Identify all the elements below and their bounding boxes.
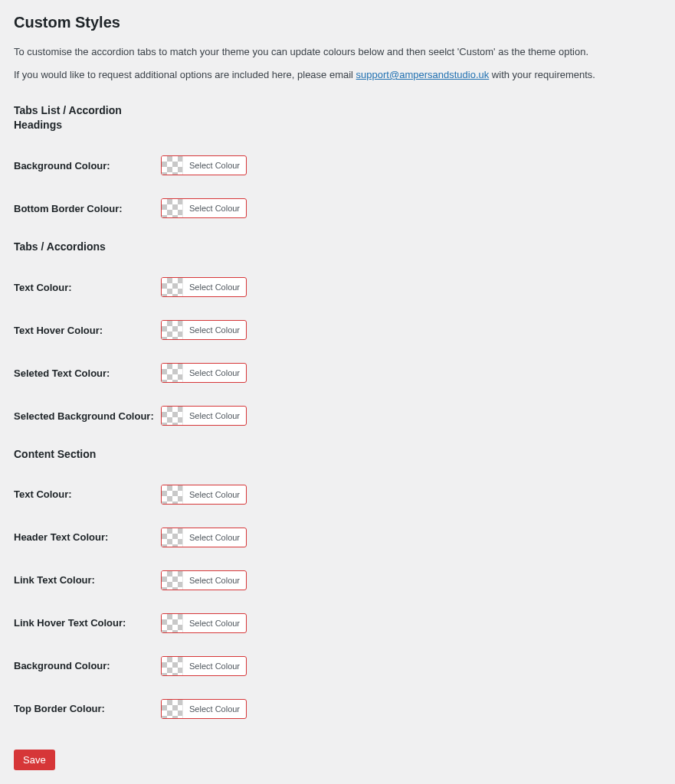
field-text-hover-colour: Text Hover Colour: Select Colour xyxy=(14,320,661,340)
transparent-swatch-icon xyxy=(162,571,183,590)
colour-picker-text[interactable]: Select Colour xyxy=(161,277,247,297)
label-selected-text-colour: Seleted Text Colour: xyxy=(14,368,161,379)
colour-picker-label: Select Colour xyxy=(183,662,246,671)
label-content-text-colour: Text Colour: xyxy=(14,488,161,500)
label-content-background-colour: Background Colour: xyxy=(14,660,161,671)
field-link-text-colour: Link Text Colour: Select Colour xyxy=(14,570,661,590)
colour-picker-label: Select Colour xyxy=(183,619,246,628)
transparent-swatch-icon xyxy=(162,199,183,217)
colour-picker-label: Select Colour xyxy=(183,533,246,542)
label-bottom-border-colour: Bottom Border Colour: xyxy=(14,203,161,214)
field-background-colour: Background Colour: Select Colour xyxy=(14,155,661,175)
colour-picker-label: Select Colour xyxy=(183,204,246,213)
colour-picker-top-border[interactable]: Select Colour xyxy=(161,699,247,719)
colour-picker-link-hover-text[interactable]: Select Colour xyxy=(161,613,247,633)
label-top-border-colour: Top Border Colour: xyxy=(14,703,161,714)
colour-picker-label: Select Colour xyxy=(183,411,246,420)
transparent-swatch-icon xyxy=(162,407,183,425)
colour-picker-label: Select Colour xyxy=(183,704,246,714)
colour-picker-label: Select Colour xyxy=(183,325,246,335)
field-link-hover-text-colour: Link Hover Text Colour: Select Colour xyxy=(14,613,661,633)
transparent-swatch-icon xyxy=(162,657,183,675)
colour-picker-header-text[interactable]: Select Colour xyxy=(161,528,247,547)
colour-picker-label: Select Colour xyxy=(183,368,246,377)
colour-picker-label: Select Colour xyxy=(183,576,246,585)
label-header-text-colour: Header Text Colour: xyxy=(14,531,161,543)
transparent-swatch-icon xyxy=(162,485,183,504)
colour-picker-text-hover[interactable]: Select Colour xyxy=(161,320,247,340)
label-background-colour: Background Colour: xyxy=(14,160,161,172)
field-header-text-colour: Header Text Colour: Select Colour xyxy=(14,528,661,547)
save-button[interactable]: Save xyxy=(14,750,55,770)
transparent-swatch-icon xyxy=(162,614,183,632)
section-heading-tabs-accordions: Tabs / Accordions xyxy=(14,240,144,254)
colour-picker-link-text[interactable]: Select Colour xyxy=(161,570,247,590)
section-heading-content-section: Content Section xyxy=(14,447,144,462)
transparent-swatch-icon xyxy=(162,364,183,382)
label-text-colour: Text Colour: xyxy=(14,282,161,293)
field-content-text-colour: Text Colour: Select Colour xyxy=(14,485,661,505)
colour-picker-bottom-border[interactable]: Select Colour xyxy=(161,198,247,218)
field-selected-text-colour: Seleted Text Colour: Select Colour xyxy=(14,363,661,383)
transparent-swatch-icon xyxy=(162,528,183,547)
colour-picker-label: Select Colour xyxy=(183,161,246,170)
field-text-colour: Text Colour: Select Colour xyxy=(14,277,661,297)
intro-line-2-before: If you would like to request additional … xyxy=(14,69,356,80)
field-content-background-colour: Background Colour: Select Colour xyxy=(14,656,661,676)
label-link-text-colour: Link Text Colour: xyxy=(14,574,161,586)
transparent-swatch-icon xyxy=(162,156,183,175)
field-selected-background-colour: Selected Background Colour: Select Colou… xyxy=(14,406,661,426)
colour-picker-selected-background[interactable]: Select Colour xyxy=(161,406,247,426)
colour-picker-label: Select Colour xyxy=(183,490,246,499)
page-title: Custom Styles xyxy=(14,14,661,31)
colour-picker-selected-text[interactable]: Select Colour xyxy=(161,363,247,383)
colour-picker-content-background[interactable]: Select Colour xyxy=(161,656,247,676)
intro-text: To customise the accordion tabs to match… xyxy=(14,45,661,82)
colour-picker-label: Select Colour xyxy=(183,283,246,292)
field-bottom-border-colour: Bottom Border Colour: Select Colour xyxy=(14,198,661,218)
intro-line-1: To customise the accordion tabs to match… xyxy=(14,45,661,59)
transparent-swatch-icon xyxy=(162,278,183,296)
label-selected-background-colour: Selected Background Colour: xyxy=(14,410,161,422)
label-link-hover-text-colour: Link Hover Text Colour: xyxy=(14,617,161,629)
section-heading-tabs-list: Tabs List / Accordion Headings xyxy=(14,103,144,132)
label-text-hover-colour: Text Hover Colour: xyxy=(14,325,161,336)
transparent-swatch-icon xyxy=(162,700,183,718)
colour-picker-background[interactable]: Select Colour xyxy=(161,155,247,175)
field-top-border-colour: Top Border Colour: Select Colour xyxy=(14,699,661,719)
intro-line-2: If you would like to request additional … xyxy=(14,68,661,82)
support-email-link[interactable]: support@ampersandstudio.uk xyxy=(356,69,490,80)
colour-picker-content-text[interactable]: Select Colour xyxy=(161,485,247,505)
transparent-swatch-icon xyxy=(162,321,183,339)
intro-line-2-after: with your requirements. xyxy=(489,69,595,80)
